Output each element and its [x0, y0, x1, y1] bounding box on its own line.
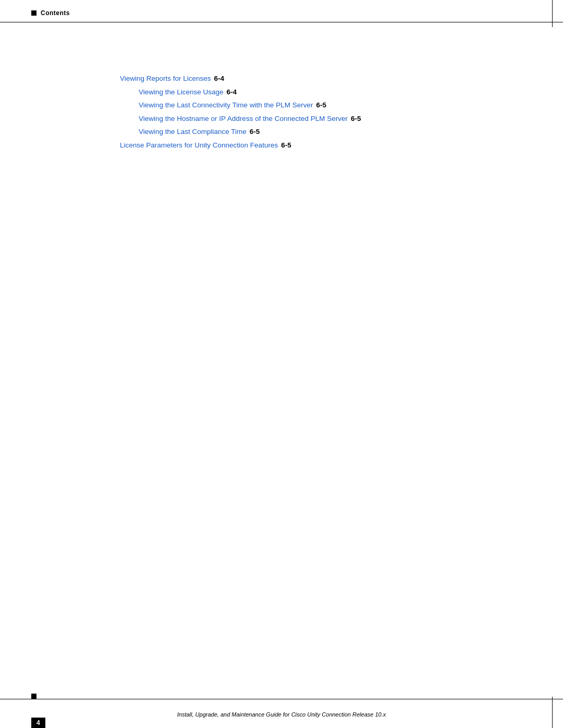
toc-link-1[interactable]: Viewing Reports for Licenses: [120, 73, 211, 84]
toc-page-2: 6-4: [227, 87, 237, 98]
toc-page-5: 6-5: [250, 126, 260, 138]
header-label: Contents: [41, 9, 70, 17]
toc-page-4: 6-5: [351, 113, 361, 125]
main-content: Viewing Reports for Licenses 6-4 Viewing…: [0, 31, 563, 686]
toc-item-3: Viewing the Last Connectivity Time with …: [120, 100, 563, 111]
header-square: [31, 10, 36, 16]
footer-square: [31, 694, 36, 699]
toc-item-1: Viewing Reports for Licenses 6-4: [120, 73, 563, 84]
toc-link-3[interactable]: Viewing the Last Connectivity Time with …: [139, 100, 313, 111]
toc-link-5[interactable]: Viewing the Last Compliance Time: [139, 126, 247, 138]
toc-page-6: 6-5: [281, 140, 291, 151]
footer: Install, Upgrade, and Maintenance Guide …: [0, 711, 563, 718]
toc-page-1: 6-4: [214, 73, 225, 84]
toc-item-4: Viewing the Hostname or IP Address of th…: [120, 113, 563, 125]
page-number: 4: [36, 719, 40, 726]
toc-container: Viewing Reports for Licenses 6-4 Viewing…: [0, 73, 563, 151]
toc-link-6[interactable]: License Parameters for Unity Connection …: [120, 140, 278, 151]
top-border: [0, 22, 563, 22]
top-right-line: [552, 0, 553, 27]
page-number-box: 4: [31, 718, 45, 728]
toc-page-3: 6-5: [316, 100, 326, 111]
toc-item-6: License Parameters for Unity Connection …: [120, 140, 563, 151]
footer-text: Install, Upgrade, and Maintenance Guide …: [177, 711, 386, 718]
toc-item-5: Viewing the Last Compliance Time 6-5: [120, 126, 563, 138]
toc-item-2: Viewing the License Usage 6-4: [120, 87, 563, 98]
toc-link-2[interactable]: Viewing the License Usage: [139, 87, 224, 98]
toc-link-4[interactable]: Viewing the Hostname or IP Address of th…: [139, 113, 348, 125]
bottom-border: [0, 699, 563, 699]
header: Contents: [31, 9, 70, 17]
